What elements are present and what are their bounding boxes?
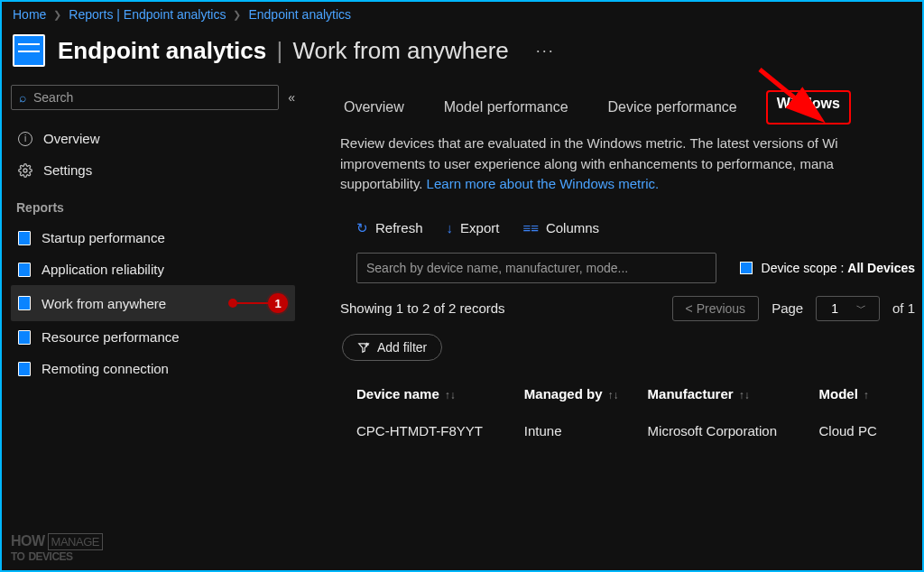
columns-label: Columns — [546, 220, 599, 235]
col-managed-by[interactable]: Managed by↑↓ — [524, 386, 639, 401]
page-value: 1 — [831, 301, 838, 316]
download-icon: ↓ — [447, 220, 454, 235]
page-of-label: of 1 — [892, 300, 915, 316]
reports-section-label: Reports — [11, 186, 295, 222]
breadcrumb-level1[interactable]: Reports | Endpoint analytics — [69, 7, 226, 22]
sort-icon: ↑↓ — [603, 389, 619, 401]
sort-icon: ↑↓ — [439, 389, 456, 401]
sidebar-settings[interactable]: Settings — [11, 154, 295, 186]
chevron-down-icon: ﹀ — [856, 301, 866, 315]
table-row[interactable]: CPC-HTMDT-F8YYT Intune Microsoft Corpora… — [340, 412, 922, 449]
tab-model-performance[interactable]: Model performance — [440, 94, 572, 121]
sidebar-item-app-reliability[interactable]: Application reliability — [11, 254, 295, 285]
export-label: Export — [460, 220, 499, 235]
tab-bar: Overview Model performance Device perfor… — [340, 94, 922, 134]
page-title: Endpoint analytics | Work from anywhere — [58, 37, 509, 65]
sidebar-item-startup[interactable]: Startup performance — [11, 222, 295, 254]
scope-value: All Devices — [847, 261, 915, 275]
main-content: Overview Model performance Device perfor… — [304, 85, 922, 449]
scope-label: Device scope : — [762, 261, 848, 275]
search-icon: ⌕ — [19, 90, 26, 105]
report-icon — [18, 296, 31, 310]
add-filter-label: Add filter — [377, 340, 427, 355]
toolbar: ↻ Refresh ↓ Export ≡≡ Columns — [340, 195, 922, 253]
watermark: HOWMANAGE TO DEVICES — [11, 534, 103, 563]
col-model[interactable]: Model↑ — [819, 386, 922, 401]
cell-device-name: CPC-HTMDT-F8YYT — [356, 423, 515, 438]
report-icon — [18, 362, 31, 376]
columns-button[interactable]: ≡≡ Columns — [522, 220, 599, 235]
title-sub: Work from anywhere — [292, 37, 508, 64]
page-label: Page — [772, 300, 803, 316]
table-header: Device name↑↓ Managed by↑↓ Manufacturer↑… — [340, 361, 922, 412]
sidebar-overview-label: Overview — [43, 131, 100, 146]
learn-more-link[interactable]: Learn more about the Windows metric. — [427, 176, 660, 191]
sidebar-item-resource-perf[interactable]: Resource performance — [11, 321, 295, 353]
refresh-button[interactable]: ↻ Refresh — [356, 220, 423, 236]
sort-icon: ↑↓ — [734, 389, 750, 401]
chevron-right-icon: ❯ — [233, 9, 241, 21]
sidebar-item-label: Work from anywhere — [42, 296, 166, 311]
refresh-label: Refresh — [375, 220, 423, 235]
breadcrumb-level2[interactable]: Endpoint analytics — [248, 7, 351, 22]
col-manufacturer[interactable]: Manufacturer↑↓ — [648, 386, 810, 401]
cell-model: Cloud PC — [819, 423, 922, 438]
device-scope-selector[interactable]: Device scope : All Devices — [733, 257, 922, 279]
sidebar-settings-label: Settings — [43, 162, 92, 178]
tab-overview[interactable]: Overview — [340, 94, 408, 121]
add-filter-button[interactable]: Add filter — [342, 334, 442, 361]
sidebar-search-input[interactable]: ⌕ Search — [11, 85, 279, 110]
report-icon — [18, 263, 31, 277]
more-icon[interactable]: ··· — [522, 42, 555, 60]
search-placeholder: Search — [33, 90, 73, 105]
tab-device-performance[interactable]: Device performance — [605, 94, 741, 121]
col-device-name[interactable]: Device name↑↓ — [356, 386, 515, 401]
sidebar-item-label: Remoting connection — [42, 361, 169, 376]
page-selector[interactable]: 1 ﹀ — [816, 296, 880, 321]
sort-icon: ↑ — [858, 389, 869, 401]
svg-point-0 — [23, 169, 27, 172]
annotation-callout-1: 1 — [228, 293, 288, 313]
sidebar-item-remoting[interactable]: Remoting connection — [11, 353, 295, 384]
title-divider: | — [273, 37, 286, 64]
page-header: Endpoint analytics | Work from anywhere … — [2, 27, 922, 85]
records-count: Showing 1 to 2 of 2 records — [340, 300, 505, 316]
breadcrumb-home[interactable]: Home — [13, 7, 46, 22]
scope-icon — [740, 262, 753, 274]
sidebar-item-label: Resource performance — [42, 329, 180, 345]
sidebar-overview[interactable]: i Overview — [11, 123, 295, 154]
filter-icon — [357, 341, 370, 354]
previous-page-button[interactable]: < Previous — [672, 296, 760, 321]
collapse-sidebar-icon[interactable]: « — [288, 90, 295, 105]
tab-windows[interactable]: Windows — [766, 90, 851, 125]
title-main: Endpoint analytics — [58, 37, 266, 64]
sidebar-item-label: Application reliability — [42, 262, 164, 277]
breadcrumb: Home ❯ Reports | Endpoint analytics ❯ En… — [2, 2, 922, 27]
report-icon — [18, 330, 31, 345]
device-search-input[interactable]: Search by device name, manufacturer, mod… — [356, 253, 716, 283]
gear-icon — [18, 163, 32, 178]
report-icon — [18, 231, 31, 245]
columns-icon: ≡≡ — [522, 220, 539, 235]
export-button[interactable]: ↓ Export — [447, 220, 500, 235]
sidebar: ⌕ Search « i Overview Settings Reports S… — [2, 85, 304, 449]
refresh-icon: ↻ — [356, 220, 368, 236]
chevron-right-icon: ❯ — [53, 9, 61, 21]
workbook-icon — [13, 34, 45, 67]
sidebar-item-work-anywhere[interactable]: Work from anywhere 1 — [11, 285, 295, 321]
cell-managed-by: Intune — [524, 423, 639, 438]
sidebar-item-label: Startup performance — [42, 230, 165, 245]
cell-manufacturer: Microsoft Corporation — [648, 423, 810, 438]
info-icon: i — [18, 132, 32, 146]
description-text: Review devices that are evaluated in the… — [340, 134, 918, 195]
